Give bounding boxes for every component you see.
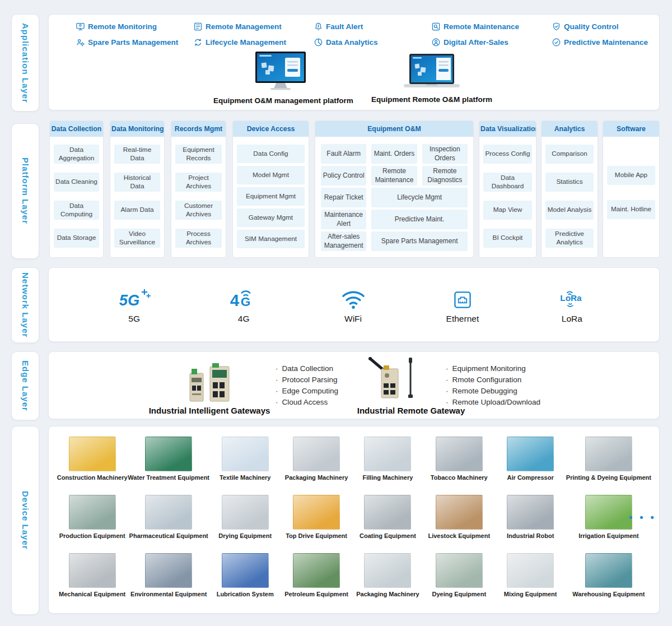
platform-column-device-access: Device Access Data ConfigModel MgmtEquip…: [232, 120, 309, 258]
device-photo: [222, 437, 269, 471]
platform-item: Customer Archives: [175, 201, 222, 220]
architecture-diagram: Application Layer Platform Layer Network…: [0, 0, 672, 626]
device-item: Construction Machinery: [57, 437, 128, 481]
device-photo: [436, 495, 483, 530]
device-item: Petroleum Equipment: [281, 553, 352, 597]
platform-column-title: Equipment O&M: [315, 121, 473, 137]
application-feature: Remote Maintenance: [431, 22, 552, 31]
platform-item: Data Computing: [54, 201, 99, 220]
device-caption: Petroleum Equipment: [284, 591, 348, 597]
bell-icon: [314, 22, 323, 31]
device-item: Packaging Machinery: [281, 437, 352, 481]
platform-column-analytics: Analytics ComparisonStatisticsModel Anal…: [541, 120, 598, 258]
application-feature-label: Predictive Maintenance: [564, 38, 648, 47]
platform-item: Real-time Data: [114, 145, 160, 164]
device-item: Water Treatment Equipment: [128, 437, 209, 481]
device-layer-band: Construction Machinery Water Treatment E…: [48, 426, 660, 614]
device-caption: Mechanical Equipment: [59, 591, 125, 597]
layer-tab-label: Device Layer: [21, 491, 30, 550]
4g-icon: 4G: [229, 284, 258, 310]
device-caption: Production Equipment: [59, 532, 125, 539]
svg-text:5G: 5G: [119, 291, 139, 309]
platform-figure-caption: Equipment O&M management platform: [213, 96, 348, 105]
application-feature: Remote Monitoring: [76, 22, 193, 31]
network-item-label: LoRa: [562, 314, 582, 324]
device-photo: [69, 437, 116, 471]
application-feature: Predictive Maintenance: [552, 38, 648, 47]
om-item: Remote Maintenance: [371, 166, 417, 186]
network-item-label: WiFi: [344, 314, 362, 324]
platform-item: Data Aggregation: [54, 145, 99, 164]
wrench-magnifier-icon: [431, 22, 441, 31]
application-feature-label: Remote Maintenance: [444, 22, 519, 31]
platform-item: Model Mgmt: [237, 166, 305, 184]
device-photo: [293, 495, 340, 530]
platform-item: Model Analysis: [545, 201, 594, 220]
server-list-icon: [193, 22, 203, 31]
edge-layer-band: Industrial Intelligent Gateways Data Col…: [48, 351, 660, 419]
gateway-feature: Remote Upload/Download: [446, 397, 540, 408]
gateway-feature: Remote Debugging: [446, 386, 540, 397]
device-item: Environmental Equipment: [128, 553, 209, 597]
svg-text:G: G: [241, 295, 251, 309]
platform-item: Gateway Mgmt: [237, 208, 305, 227]
layer-tab-label: Platform Layer: [21, 157, 30, 224]
device-caption: Textile Machinery: [220, 474, 271, 481]
device-item: Filling Machinery: [352, 437, 423, 481]
platform-column-title: Device Access: [233, 121, 309, 137]
platform-item: Equipment Records: [175, 145, 222, 164]
device-caption: Top Drive Equipment: [286, 532, 347, 539]
application-layer-band: Remote Monitoring Remote Management Faul…: [48, 14, 660, 110]
platform-item: Historical Data: [114, 173, 160, 192]
om-item: Lifecycle Mgmt: [371, 188, 468, 207]
platform-item: Mobile App: [607, 166, 655, 185]
device-photo: [585, 553, 632, 588]
device-caption: Environmental Equipment: [130, 591, 207, 597]
device-item: Textile Machinery: [209, 437, 281, 481]
layer-tab-edge: Edge Layer: [11, 351, 39, 420]
device-item: Mechanical Equipment: [57, 553, 128, 597]
laptop-illustration: [399, 82, 464, 91]
application-feature-label: Remote Monitoring: [88, 22, 157, 31]
lora-icon: LoRa: [557, 284, 587, 310]
device-caption: Printing & Dyeing Equipment: [566, 474, 651, 481]
device-photo: [145, 495, 192, 530]
om-item: Predictive Maint.: [371, 210, 468, 229]
application-feature-label: Fault Alert: [326, 22, 363, 31]
device-photo: [364, 437, 411, 471]
device-photo: [69, 495, 116, 530]
device-caption: Coating Equipment: [360, 532, 416, 539]
device-item: Dyeing Equipment: [423, 553, 494, 597]
application-feature: Quality Control: [552, 22, 648, 31]
device-item: Lubrication System: [209, 553, 281, 597]
network-item: WiFi: [298, 284, 408, 341]
network-item: 5G 5G: [80, 284, 189, 341]
device-photo: [585, 437, 632, 471]
device-caption: Construction Machinery: [57, 474, 128, 481]
5g-icon: 5G: [118, 284, 151, 310]
device-caption: Warehousing Equipment: [572, 591, 645, 597]
network-item-label: Ethernet: [446, 314, 479, 324]
device-item: Livestock Equipment: [423, 495, 494, 539]
layer-tab-label: Network Layer: [21, 272, 30, 337]
pie-chart-icon: [314, 38, 323, 47]
network-item-label: 4G: [238, 314, 250, 324]
network-layer-band: 5G 5G 4G 4G WiFi Ethernet LoRa LoRa: [48, 267, 660, 342]
device-item: Drying Equipment: [209, 495, 281, 539]
platform-item: Data Dashboard: [483, 173, 532, 192]
platform-column-title: Analytics: [542, 121, 598, 137]
device-item: Tobacco Machinery: [423, 437, 494, 481]
desktop-monitor-illustration: [254, 83, 307, 92]
om-item: Repair Ticket: [321, 188, 366, 207]
device-caption: Lubrication System: [217, 591, 274, 597]
device-caption: Dyeing Equipment: [432, 591, 487, 597]
device-photo: [507, 437, 554, 471]
layer-tab-network: Network Layer: [11, 267, 39, 343]
device-item: Pharmaceutical Equipment: [128, 495, 209, 539]
remote-om-platform-figure: Equipment Remote O&M platform: [365, 53, 499, 104]
device-photo: [145, 437, 192, 471]
gateway-feature: Protocol Parsing: [276, 374, 338, 386]
platform-item: Process Archives: [175, 229, 222, 248]
application-feature-label: Spare Parts Management: [88, 38, 178, 47]
platform-column-title: Data Monitoring: [110, 121, 164, 137]
